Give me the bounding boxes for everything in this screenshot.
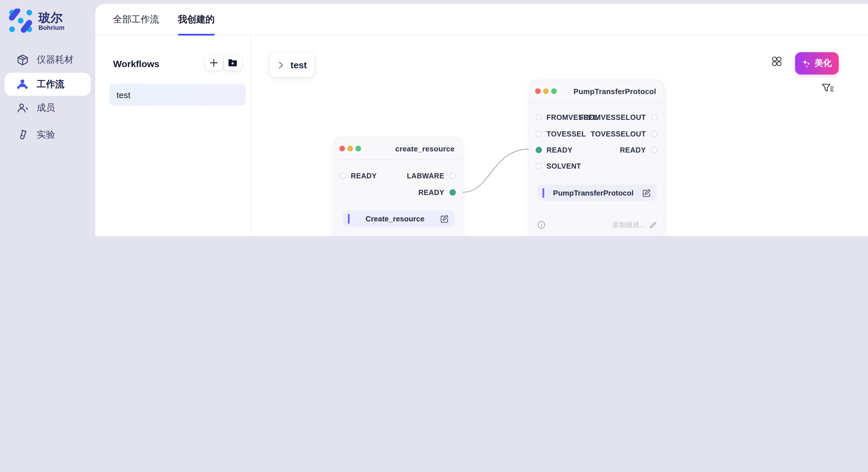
port-label: LABWARE bbox=[407, 172, 444, 180]
port-row: FROMVESSEL FROMVESSELOUT bbox=[530, 112, 663, 123]
sidebar-item-label: 仪器耗材 bbox=[37, 54, 73, 66]
pencil-icon[interactable] bbox=[649, 221, 657, 229]
workflows-panel: Workflows test bbox=[95, 35, 251, 236]
input-port-ready[interactable] bbox=[340, 173, 346, 179]
port-label: READY bbox=[418, 189, 444, 197]
traffic-dots-icon bbox=[535, 88, 557, 94]
brand-name-zh: 玻尔 bbox=[38, 11, 64, 24]
folder-download-icon bbox=[228, 59, 238, 67]
chevron-right-icon bbox=[278, 61, 284, 69]
brand-logo[interactable]: 玻尔 Bohrium bbox=[9, 9, 64, 33]
tab-created-by-me[interactable]: 我创建的 bbox=[178, 4, 215, 35]
sparkles-icon bbox=[802, 59, 811, 68]
sidebar-item-experiment[interactable]: 实验 bbox=[5, 123, 91, 146]
node-title: create_resource bbox=[395, 144, 455, 153]
layout-command-button[interactable] bbox=[770, 55, 783, 68]
port-label: READY bbox=[351, 172, 377, 180]
port-label: TOVESSELOUT bbox=[591, 130, 646, 138]
breadcrumb[interactable]: test bbox=[270, 53, 314, 77]
port-label: TOVESSEL bbox=[547, 130, 586, 138]
node-header: create_resource bbox=[334, 138, 462, 160]
traffic-dots-icon bbox=[339, 146, 361, 151]
port-row: READY READY bbox=[530, 144, 663, 156]
filter-icon bbox=[822, 83, 834, 95]
sidebar-item-instruments[interactable]: 仪器耗材 bbox=[5, 48, 91, 71]
beautify-label: 美化 bbox=[815, 58, 832, 69]
workflow-canvas[interactable]: test 美化 bbox=[251, 35, 868, 236]
top-tabbar: 全部工作流 我创建的 bbox=[95, 4, 868, 35]
workflow-list-item[interactable]: test bbox=[109, 84, 246, 105]
beautify-button[interactable]: 美化 bbox=[795, 52, 839, 74]
command-icon bbox=[771, 56, 782, 67]
node-footer: 添加描述... bbox=[537, 219, 657, 231]
pill-label: PumpTransferProtocol bbox=[544, 189, 642, 197]
plus-icon bbox=[210, 59, 218, 67]
port-row: READY bbox=[334, 187, 462, 198]
input-port-tovessel[interactable] bbox=[536, 131, 542, 137]
node-create-resource[interactable]: create_resource READY LABWARE READY Crea… bbox=[334, 137, 463, 236]
filter-button[interactable] bbox=[821, 82, 835, 96]
output-port-tovesselout[interactable] bbox=[651, 131, 657, 137]
node-function-pill[interactable]: PumpTransferProtocol bbox=[537, 185, 657, 201]
bohrium-logo-icon bbox=[9, 9, 33, 33]
experiment-icon bbox=[16, 129, 29, 141]
port-label: READY bbox=[547, 146, 572, 154]
sidebar-item-workflow[interactable]: 工作流 bbox=[5, 73, 91, 96]
edit-icon[interactable] bbox=[440, 214, 449, 223]
port-label: FROMVESSELOUT bbox=[579, 113, 646, 122]
info-icon[interactable] bbox=[537, 221, 546, 229]
port-label: READY bbox=[620, 146, 646, 154]
port-row: SOLVENT bbox=[530, 161, 663, 172]
main-content: 全部工作流 我创建的 Workflows test bbox=[95, 4, 868, 236]
pill-label: Create_resource bbox=[350, 214, 440, 223]
edit-icon[interactable] bbox=[642, 189, 651, 197]
brand-name-en: Bohrium bbox=[38, 24, 64, 31]
node-header: PumpTransferProtocol bbox=[530, 80, 663, 103]
node-title: PumpTransferProtocol bbox=[574, 87, 656, 96]
output-port-labware[interactable] bbox=[450, 173, 456, 179]
port-row: TOVESSEL TOVESSELOUT bbox=[530, 129, 663, 140]
tab-all-workflows[interactable]: 全部工作流 bbox=[113, 4, 159, 35]
workflow-icon bbox=[16, 78, 29, 91]
output-port-ready[interactable] bbox=[651, 147, 657, 153]
port-row: READY LABWARE bbox=[334, 170, 462, 182]
workflow-item-name: test bbox=[117, 90, 130, 100]
workflows-panel-title: Workflows bbox=[113, 59, 159, 69]
sidebar-item-members[interactable]: 成员 bbox=[5, 96, 91, 119]
app-window: 玻尔 Bohrium 仪器耗材 bbox=[0, 0, 868, 236]
port-label: SOLVENT bbox=[547, 162, 581, 170]
input-port-solvent[interactable] bbox=[536, 163, 542, 169]
description-placeholder[interactable]: 添加描述... bbox=[612, 220, 645, 230]
sidebar-item-label: 工作流 bbox=[37, 78, 64, 90]
import-folder-button[interactable] bbox=[224, 55, 242, 71]
sidebar-item-label: 成员 bbox=[37, 102, 55, 114]
input-port-ready-connected[interactable] bbox=[536, 147, 542, 153]
sidebar-item-label: 实验 bbox=[37, 129, 55, 141]
sidebar: 玻尔 Bohrium 仪器耗材 bbox=[0, 0, 95, 236]
add-workflow-button[interactable] bbox=[205, 55, 223, 71]
node-pump-transfer-protocol[interactable]: PumpTransferProtocol FROMVESSEL FROMVESS… bbox=[529, 80, 664, 236]
breadcrumb-label: test bbox=[290, 60, 307, 70]
output-port-fromvesselout[interactable] bbox=[651, 114, 657, 121]
package-icon bbox=[16, 53, 29, 66]
output-port-ready-connected[interactable] bbox=[450, 189, 456, 196]
members-icon bbox=[16, 102, 29, 114]
input-port-fromvessel[interactable] bbox=[536, 114, 542, 121]
node-function-pill[interactable]: Create_resource bbox=[343, 210, 455, 227]
